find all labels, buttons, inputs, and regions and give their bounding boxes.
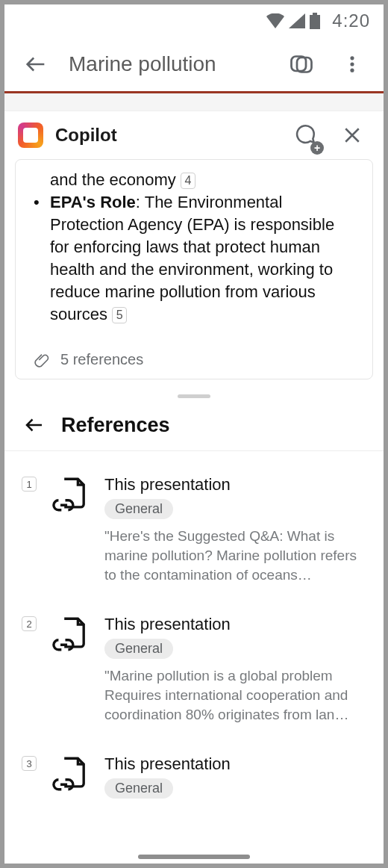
- status-bar: 4:20: [4, 4, 384, 37]
- reference-item[interactable]: 1 This presentation General "Here's the …: [4, 463, 384, 603]
- svg-rect-0: [310, 15, 320, 29]
- more-button[interactable]: [334, 46, 370, 82]
- reference-tag: General: [104, 778, 173, 799]
- home-indicator[interactable]: [138, 855, 250, 859]
- reference-number: 3: [22, 756, 37, 771]
- arrow-left-icon: [23, 52, 48, 77]
- status-icons: [266, 13, 320, 29]
- battery-icon: [310, 13, 320, 29]
- svg-point-5: [350, 62, 354, 66]
- references-header: References: [4, 403, 384, 451]
- close-icon: [341, 124, 363, 146]
- cell-signal-icon: [289, 13, 305, 28]
- sheet-handle-icon: [178, 394, 210, 398]
- app-frame: 4:20 Marine pollution Copilot +: [0, 0, 388, 868]
- citation-badge[interactable]: 5: [112, 307, 127, 323]
- reference-excerpt: "Marine pollution is a global problem Re…: [104, 666, 369, 725]
- reference-item[interactable]: 3 This presentation General: [4, 743, 384, 816]
- new-chat-button[interactable]: +: [287, 117, 322, 153]
- copilot-response-area: and the economy 4 EPA's Role: The Enviro…: [4, 159, 384, 382]
- copilot-response-card: and the economy 4 EPA's Role: The Enviro…: [15, 159, 373, 379]
- reference-number: 1: [22, 477, 37, 492]
- plus-badge-icon: +: [310, 141, 324, 155]
- reference-excerpt: "Here's the Suggested Q&A: What is marin…: [104, 527, 369, 585]
- reference-number: 2: [22, 616, 37, 631]
- response-bullet-label: EPA's Role: [50, 193, 136, 211]
- back-button[interactable]: [18, 46, 54, 82]
- references-count: 5 references: [60, 351, 143, 368]
- svg-point-4: [350, 56, 354, 60]
- reference-tag: General: [104, 499, 173, 519]
- arrow-left-icon: [23, 414, 46, 436]
- copilot-app-button[interactable]: [284, 46, 319, 82]
- page-title: Marine pollution: [69, 52, 269, 76]
- copilot-response-body: and the economy 4 EPA's Role: The Enviro…: [16, 169, 372, 326]
- copilot-header: Copilot +: [4, 111, 384, 159]
- more-vertical-icon: [342, 54, 363, 75]
- svg-point-6: [350, 69, 354, 72]
- copilot-logo-icon: [18, 123, 43, 148]
- reference-tag: General: [104, 639, 173, 659]
- document-link-icon: [51, 754, 93, 799]
- wifi-icon: [266, 13, 284, 28]
- attachment-icon: [34, 352, 50, 368]
- response-bullet: EPA's Role: The Environmental Protection…: [34, 191, 354, 326]
- references-back-button[interactable]: [19, 410, 49, 440]
- document-link-icon: [51, 475, 93, 585]
- reference-title: This presentation: [104, 615, 369, 634]
- reference-title: This presentation: [104, 475, 369, 495]
- truncated-previous-line: and the economy 4: [34, 169, 354, 191]
- app-bar: Marine pollution: [4, 37, 384, 91]
- spacer: [4, 93, 384, 111]
- status-time: 4:20: [332, 10, 370, 31]
- copilot-title: Copilot: [55, 125, 275, 146]
- document-link-icon: [51, 615, 93, 725]
- sheet-handle-area[interactable]: [4, 382, 384, 403]
- reference-title: This presentation: [104, 754, 369, 774]
- close-copilot-button[interactable]: [334, 117, 370, 153]
- copilot-app-icon: [288, 51, 315, 78]
- references-list: 1 This presentation General "Here's the …: [4, 451, 384, 864]
- references-title: References: [61, 414, 170, 437]
- reference-item[interactable]: 2 This presentation General "Marine poll…: [4, 603, 384, 743]
- svg-rect-1: [313, 13, 317, 15]
- citation-badge[interactable]: 4: [181, 173, 195, 189]
- references-summary[interactable]: 5 references: [16, 326, 372, 368]
